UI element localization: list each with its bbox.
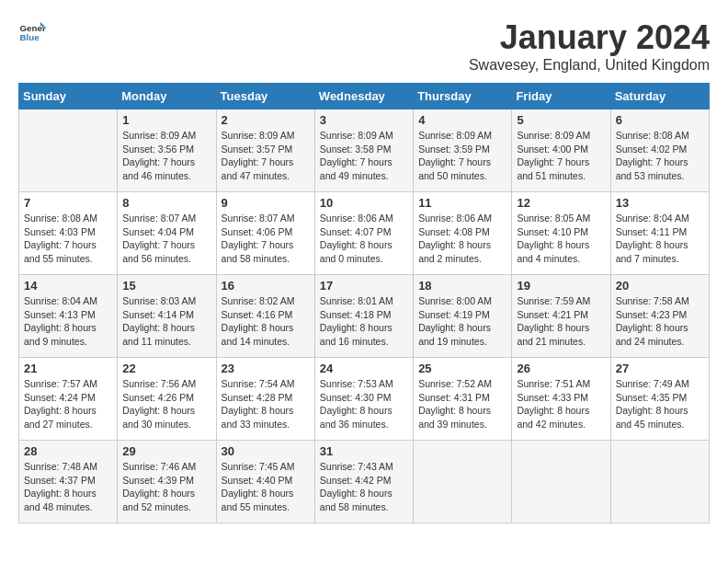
day-number: 29: [122, 444, 210, 458]
day-info: Sunrise: 8:09 AM Sunset: 4:00 PM Dayligh…: [517, 129, 605, 183]
day-cell: 2Sunrise: 8:09 AM Sunset: 3:57 PM Daylig…: [216, 109, 314, 192]
day-info: Sunrise: 8:03 AM Sunset: 4:14 PM Dayligh…: [122, 294, 210, 349]
day-info: Sunrise: 8:09 AM Sunset: 3:58 PM Dayligh…: [320, 129, 408, 183]
day-cell: [512, 441, 610, 523]
day-cell: 13Sunrise: 8:04 AM Sunset: 4:11 PM Dayli…: [610, 192, 709, 275]
day-number: 20: [616, 279, 704, 293]
page-header: General Blue January 2024 Swavesey, Engl…: [18, 18, 710, 74]
day-number: 16: [222, 279, 310, 293]
day-cell: 16Sunrise: 8:02 AM Sunset: 4:16 PM Dayli…: [216, 275, 314, 358]
header-cell-wednesday: Wednesday: [314, 84, 413, 109]
day-info: Sunrise: 7:45 AM Sunset: 4:40 PM Dayligh…: [222, 460, 310, 514]
day-cell: 29Sunrise: 7:46 AM Sunset: 4:39 PM Dayli…: [118, 441, 216, 523]
day-cell: 28Sunrise: 7:48 AM Sunset: 4:37 PM Dayli…: [19, 441, 118, 523]
day-info: Sunrise: 7:58 AM Sunset: 4:23 PM Dayligh…: [616, 294, 704, 349]
header-cell-saturday: Saturday: [610, 84, 709, 109]
day-number: 18: [418, 279, 506, 293]
day-cell: 12Sunrise: 8:05 AM Sunset: 4:10 PM Dayli…: [512, 192, 610, 275]
day-info: Sunrise: 7:52 AM Sunset: 4:31 PM Dayligh…: [418, 377, 506, 431]
day-number: 1: [122, 113, 210, 127]
day-cell: 8Sunrise: 8:07 AM Sunset: 4:04 PM Daylig…: [118, 192, 216, 275]
day-info: Sunrise: 7:54 AM Sunset: 4:28 PM Dayligh…: [222, 377, 310, 431]
week-row-5: 28Sunrise: 7:48 AM Sunset: 4:37 PM Dayli…: [19, 441, 710, 523]
day-number: 11: [418, 196, 506, 210]
day-cell: 22Sunrise: 7:56 AM Sunset: 4:26 PM Dayli…: [118, 358, 216, 441]
header-cell-monday: Monday: [118, 84, 216, 109]
day-cell: [610, 441, 709, 523]
day-number: 28: [24, 444, 112, 458]
week-row-2: 7Sunrise: 8:08 AM Sunset: 4:03 PM Daylig…: [19, 192, 710, 275]
day-cell: 25Sunrise: 7:52 AM Sunset: 4:31 PM Dayli…: [414, 358, 512, 441]
day-info: Sunrise: 7:57 AM Sunset: 4:24 PM Dayligh…: [24, 377, 112, 431]
day-info: Sunrise: 8:09 AM Sunset: 3:56 PM Dayligh…: [122, 129, 210, 183]
header-cell-sunday: Sunday: [19, 84, 118, 109]
day-info: Sunrise: 7:56 AM Sunset: 4:26 PM Dayligh…: [122, 377, 210, 431]
day-number: 9: [222, 196, 310, 210]
day-number: 10: [320, 196, 408, 210]
day-cell: 7Sunrise: 8:08 AM Sunset: 4:03 PM Daylig…: [19, 192, 118, 275]
week-row-3: 14Sunrise: 8:04 AM Sunset: 4:13 PM Dayli…: [19, 275, 710, 358]
day-info: Sunrise: 7:49 AM Sunset: 4:35 PM Dayligh…: [616, 377, 704, 431]
day-cell: 24Sunrise: 7:53 AM Sunset: 4:30 PM Dayli…: [314, 358, 413, 441]
day-cell: 10Sunrise: 8:06 AM Sunset: 4:07 PM Dayli…: [314, 192, 413, 275]
day-info: Sunrise: 8:07 AM Sunset: 4:06 PM Dayligh…: [222, 212, 310, 266]
day-number: 2: [222, 113, 310, 127]
day-cell: 4Sunrise: 8:09 AM Sunset: 3:59 PM Daylig…: [414, 109, 512, 192]
day-number: 15: [122, 279, 210, 293]
header-row: SundayMondayTuesdayWednesdayThursdayFrid…: [19, 84, 710, 109]
day-info: Sunrise: 7:53 AM Sunset: 4:30 PM Dayligh…: [320, 377, 408, 431]
day-cell: 11Sunrise: 8:06 AM Sunset: 4:08 PM Dayli…: [414, 192, 512, 275]
day-cell: 26Sunrise: 7:51 AM Sunset: 4:33 PM Dayli…: [512, 358, 610, 441]
day-info: Sunrise: 7:46 AM Sunset: 4:39 PM Dayligh…: [122, 460, 210, 514]
day-number: 25: [418, 362, 506, 375]
week-row-4: 21Sunrise: 7:57 AM Sunset: 4:24 PM Dayli…: [19, 358, 710, 441]
day-number: 21: [24, 362, 112, 375]
day-number: 30: [222, 444, 310, 458]
day-info: Sunrise: 7:51 AM Sunset: 4:33 PM Dayligh…: [517, 377, 605, 431]
day-info: Sunrise: 8:01 AM Sunset: 4:18 PM Dayligh…: [320, 294, 408, 349]
day-cell: 31Sunrise: 7:43 AM Sunset: 4:42 PM Dayli…: [314, 441, 413, 523]
day-number: 6: [616, 113, 704, 127]
day-number: 17: [320, 279, 408, 293]
day-info: Sunrise: 7:43 AM Sunset: 4:42 PM Dayligh…: [320, 460, 408, 514]
day-number: 5: [517, 113, 605, 127]
day-cell: 17Sunrise: 8:01 AM Sunset: 4:18 PM Dayli…: [314, 275, 413, 358]
day-number: 4: [418, 113, 506, 127]
day-number: 7: [24, 196, 112, 210]
day-cell: 27Sunrise: 7:49 AM Sunset: 4:35 PM Dayli…: [610, 358, 709, 441]
location: Swavesey, England, United Kingdom: [469, 57, 710, 74]
day-number: 12: [517, 196, 605, 210]
day-cell: 20Sunrise: 7:58 AM Sunset: 4:23 PM Dayli…: [610, 275, 709, 358]
month-title: January 2024: [469, 18, 710, 57]
week-row-1: 1Sunrise: 8:09 AM Sunset: 3:56 PM Daylig…: [19, 109, 710, 192]
day-number: 22: [122, 362, 210, 375]
day-info: Sunrise: 8:08 AM Sunset: 4:02 PM Dayligh…: [616, 129, 704, 183]
day-number: 26: [517, 362, 605, 375]
day-number: 27: [616, 362, 704, 375]
day-info: Sunrise: 8:04 AM Sunset: 4:11 PM Dayligh…: [616, 212, 704, 266]
day-info: Sunrise: 8:02 AM Sunset: 4:16 PM Dayligh…: [222, 294, 310, 349]
day-number: 19: [517, 279, 605, 293]
day-cell: 1Sunrise: 8:09 AM Sunset: 3:56 PM Daylig…: [118, 109, 216, 192]
day-cell: 5Sunrise: 8:09 AM Sunset: 4:00 PM Daylig…: [512, 109, 610, 192]
day-number: 13: [616, 196, 704, 210]
day-info: Sunrise: 8:09 AM Sunset: 3:59 PM Dayligh…: [418, 129, 506, 183]
logo-icon: General Blue: [18, 18, 46, 46]
header-cell-friday: Friday: [512, 84, 610, 109]
day-number: 3: [320, 113, 408, 127]
day-cell: 9Sunrise: 8:07 AM Sunset: 4:06 PM Daylig…: [216, 192, 314, 275]
day-info: Sunrise: 8:06 AM Sunset: 4:08 PM Dayligh…: [418, 212, 506, 266]
day-cell: [414, 441, 512, 523]
day-cell: [19, 109, 118, 192]
day-number: 24: [320, 362, 408, 375]
day-info: Sunrise: 8:08 AM Sunset: 4:03 PM Dayligh…: [24, 212, 112, 266]
day-number: 31: [320, 444, 408, 458]
day-number: 8: [122, 196, 210, 210]
calendar-body: 1Sunrise: 8:09 AM Sunset: 3:56 PM Daylig…: [19, 109, 710, 523]
title-block: January 2024 Swavesey, England, United K…: [469, 18, 710, 74]
day-info: Sunrise: 7:48 AM Sunset: 4:37 PM Dayligh…: [24, 460, 112, 514]
day-cell: 3Sunrise: 8:09 AM Sunset: 3:58 PM Daylig…: [314, 109, 413, 192]
day-cell: 6Sunrise: 8:08 AM Sunset: 4:02 PM Daylig…: [610, 109, 709, 192]
day-info: Sunrise: 8:09 AM Sunset: 3:57 PM Dayligh…: [222, 129, 310, 183]
logo: General Blue: [18, 18, 46, 46]
